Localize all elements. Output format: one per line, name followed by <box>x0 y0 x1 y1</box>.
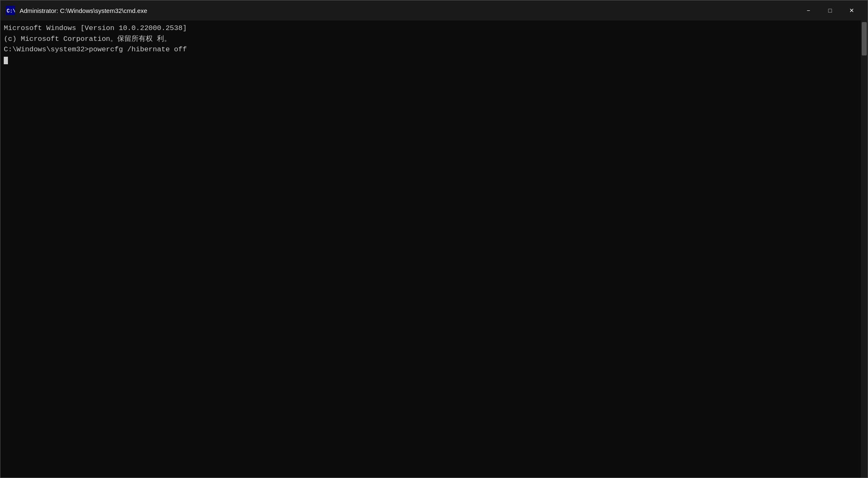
terminal-line-5 <box>4 55 864 66</box>
terminal-line-1: Microsoft Windows [Version 10.0.22000.25… <box>4 23 864 34</box>
minimize-button[interactable]: − <box>797 0 819 20</box>
terminal-line-2: (c) Microsoft Corporation。保留所有权 利。 <box>4 34 864 45</box>
window-title: Administrator: C:\Windows\system32\cmd.e… <box>20 7 797 14</box>
title-bar: C:\ Administrator: C:\Windows\system32\c… <box>0 0 868 20</box>
cmd-window: C:\ Administrator: C:\Windows\system32\c… <box>0 0 868 478</box>
scrollbar[interactable] <box>861 20 868 478</box>
maximize-button[interactable]: □ <box>819 0 841 20</box>
cmd-app-icon: C:\ <box>5 5 15 15</box>
scrollbar-thumb[interactable] <box>862 22 867 55</box>
svg-text:C:\: C:\ <box>7 8 15 14</box>
window-controls: − □ ✕ <box>797 0 863 20</box>
terminal-body[interactable]: Microsoft Windows [Version 10.0.22000.25… <box>0 20 868 478</box>
terminal-cursor <box>4 57 8 64</box>
close-button[interactable]: ✕ <box>841 0 863 20</box>
terminal-line-4: C:\Windows\system32>powercfg /hibernate … <box>4 44 864 55</box>
